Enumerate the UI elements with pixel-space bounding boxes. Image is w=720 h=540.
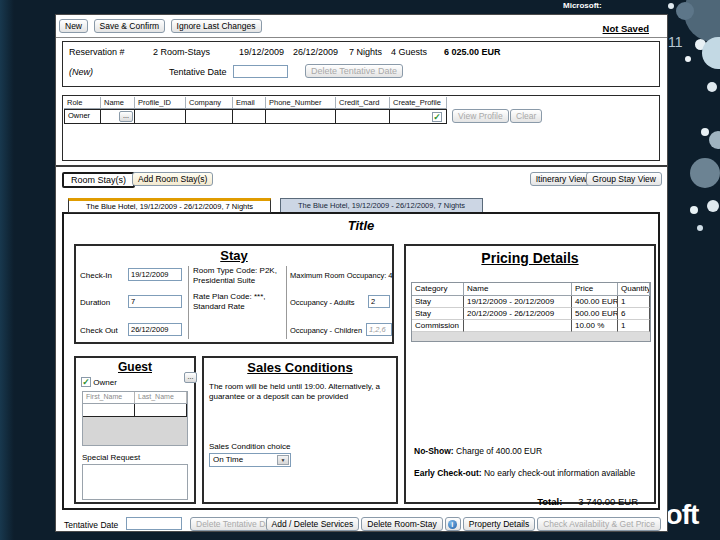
divider [286,266,287,339]
reservation-end-date: 26/12/2009 [293,47,338,57]
pricing-cell-category: Stay [412,308,464,320]
tab-hotel-stay-2[interactable]: The Blue Hotel, 19/12/2009 - 26/12/2009,… [280,198,483,213]
profile-email-cell[interactable] [233,109,266,124]
profile-name-cell[interactable]: ... [101,109,135,124]
save-status-text: Not Saved [603,23,649,34]
divider [188,266,189,339]
early-checkout-line: Early Check-out: No early check-out info… [414,468,635,478]
view-profile-button[interactable]: View Profile [452,109,509,123]
pricing-cell-name [464,320,572,332]
no-show-line: No-Show: Charge of 400.00 EUR [414,446,542,456]
browse-profile-button[interactable]: ... [119,111,133,122]
pricing-row[interactable]: Stay 20/12/2009 - 26/12/2009 500.00 EUR … [412,308,650,320]
column-header-email: Email [233,97,266,109]
early-checkout-text: No early check-out information available [484,468,635,478]
guest-header: Guest [76,360,194,374]
profile-credit-card-cell[interactable] [336,109,390,124]
info-button[interactable]: i [445,517,461,531]
bottom-action-bar: Tentative Date Delete Tentative Date Add… [62,516,661,534]
decorative-circle [707,82,717,92]
tab-hotel-stay-1[interactable]: The Blue Hotel, 19/12/2009 - 26/12/2009,… [68,198,271,213]
bottom-tentative-date-label: Tentative Date [64,520,118,530]
decorative-circle [701,128,709,136]
reservation-number-label: Reservation # [69,47,125,57]
guest-name-row [83,404,187,417]
slide-background: Microsoft: 11 soft New Save & Confirm Ig… [0,0,720,540]
tab-room-stays[interactable]: Room Stay(s) [62,172,135,188]
property-details-button[interactable]: Property Details [463,517,535,531]
sales-condition-choice-label: Sales Condition choice [209,442,290,451]
total-line: Total:3 740.00 EUR [537,496,638,507]
rate-plan-text: Rate Plan Code: ***, Standard Rate [193,292,285,312]
delete-room-stay-button[interactable]: Delete Room-Stay [361,517,442,531]
stay-header: Stay [76,248,392,263]
sales-conditions-text: The room will be held until 19:00. Alter… [209,382,393,402]
decorative-circle [676,2,694,20]
bottom-tentative-date-input[interactable] [126,517,182,530]
guest-name-header-row: First_Name Last_Name [83,392,187,404]
profile-role-cell[interactable]: Owner [64,109,101,124]
itinerary-view-button[interactable]: Itinerary View [530,172,593,186]
reservation-start-date: 19/12/2009 [239,47,284,57]
reservation-nights: 7 Nights [349,47,382,57]
delete-tentative-date-button[interactable]: Delete Tentative Date [305,64,403,78]
decorative-circle [685,56,691,62]
profile-company-cell[interactable] [186,109,233,124]
profile-id-cell[interactable] [135,109,186,124]
check-in-input[interactable] [128,268,182,281]
special-request-label: Special Request [82,453,140,462]
decorative-circle [668,3,674,9]
no-show-label: No-Show: [414,446,454,456]
pricing-col-category: Category [412,283,464,295]
guest-name-table: First_Name Last_Name [82,391,188,446]
occupancy-adults-input[interactable] [368,295,390,308]
decorative-circle [690,206,698,214]
profiles-box: Role Name Profile_ID Company Email Phone… [62,95,660,161]
add-delete-services-button[interactable]: Add / Delete Services [266,517,360,531]
first-name-cell[interactable] [83,404,135,416]
profile-row-owner: Owner ... ✓ [64,109,447,124]
check-out-input[interactable] [128,323,182,336]
ignore-last-changes-button[interactable]: Ignore Last Changes [171,19,262,33]
pricing-cell-category: Commission [412,320,464,332]
pricing-table: Category Name Price Quantity Stay 19/12/… [411,282,651,342]
pricing-details-header: Pricing Details [406,250,654,266]
pricing-cell-price: 400.00 EUR [572,296,618,308]
profile-create-profile-cell: ✓ [390,109,447,124]
profile-phone-cell[interactable] [266,109,336,124]
pricing-cell-name: 20/12/2009 - 26/12/2009 [464,308,572,320]
browse-guest-button[interactable]: ... [184,372,197,383]
reservation-room-stays: 2 Room-Stays [153,47,210,57]
last-name-cell[interactable] [135,404,187,416]
clear-profile-button[interactable]: Clear [510,109,542,123]
special-request-textarea[interactable] [82,464,188,500]
new-button[interactable]: New [59,19,88,33]
no-show-text: Charge of 400.00 EUR [456,446,542,456]
pricing-row[interactable]: Stay 19/12/2009 - 20/12/2009 400.00 EUR … [412,296,650,308]
add-room-stay-button[interactable]: Add Room Stay(s) [132,172,213,186]
decorative-circle [702,37,720,69]
column-header-credit-card: Credit_Card [336,97,390,109]
pricing-row[interactable]: Commission 10.00 % 1 [412,320,650,332]
tentative-date-input[interactable] [233,65,288,78]
check-out-label: Check Out [80,326,118,335]
first-name-header: First_Name [83,392,135,403]
occupancy-children-input[interactable] [366,323,392,336]
sales-condition-select[interactable]: On Time ▼ [209,453,291,467]
chevron-down-icon[interactable]: ▼ [277,455,289,465]
room-stay-panel: Title Stay Check-In Duration Check Out R… [62,212,660,510]
sales-conditions-group-box: Sales Conditions The room will be held u… [202,356,398,504]
create-profile-checkbox[interactable]: ✓ [432,112,442,122]
column-header-company: Company [186,97,233,109]
slide-page-number: 11 [668,34,683,50]
duration-input[interactable] [128,295,182,308]
last-name-header: Last_Name [135,392,187,403]
sales-conditions-header: Sales Conditions [204,360,396,375]
group-stay-view-button[interactable]: Group Stay View [586,172,662,186]
occupancy-adults-label: Occupancy - Adults [290,298,355,307]
occupancy-children-label: Occupancy - Children [290,326,362,335]
save-confirm-button[interactable]: Save & Confirm [94,19,166,33]
owner-checkbox[interactable]: ✓ [81,377,91,387]
check-availability-button[interactable]: Check Availability & Get Price [537,517,661,531]
pricing-table-filler [412,332,650,341]
